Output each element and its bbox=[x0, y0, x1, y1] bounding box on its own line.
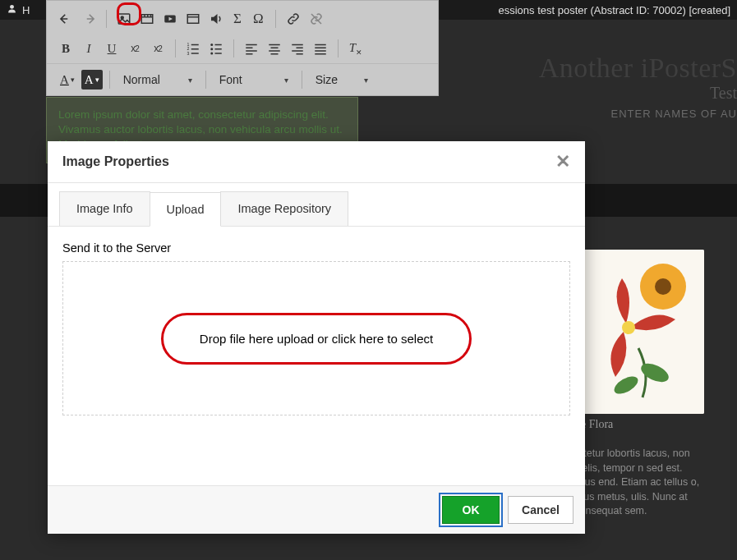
upload-section-label: Send it to the Server bbox=[62, 241, 570, 255]
flower-image bbox=[581, 250, 704, 414]
poster-title: Another iPosterS bbox=[482, 53, 737, 84]
svg-rect-1 bbox=[581, 250, 704, 414]
svg-point-25 bbox=[210, 48, 213, 50]
svg-point-0 bbox=[10, 5, 14, 9]
chevron-down-icon: ▾ bbox=[364, 76, 368, 85]
video-button[interactable] bbox=[136, 9, 158, 29]
iframe-button[interactable] bbox=[182, 9, 204, 29]
remove-format-button[interactable]: T✕ bbox=[345, 39, 366, 58]
math-button[interactable]: Σ bbox=[228, 9, 246, 29]
underline-button[interactable]: U bbox=[101, 39, 122, 58]
font-family-select[interactable]: Font ▾ bbox=[213, 69, 295, 90]
dialog-footer: OK Cancel bbox=[48, 485, 585, 534]
superscript-button[interactable]: x2 bbox=[147, 39, 168, 58]
dropzone-text: Drop file here upload or click here to s… bbox=[161, 313, 472, 365]
svg-point-26 bbox=[210, 53, 213, 55]
redo-button[interactable] bbox=[78, 9, 99, 29]
italic-button[interactable]: I bbox=[78, 39, 99, 58]
poster-header: Another iPosterS Test ENTER NAMES OF AU bbox=[482, 53, 737, 120]
svg-point-24 bbox=[210, 44, 213, 46]
separator bbox=[302, 71, 302, 89]
audio-button[interactable] bbox=[205, 9, 227, 29]
file-dropzone[interactable]: Drop file here upload or click here to s… bbox=[62, 261, 570, 415]
svg-point-4 bbox=[622, 321, 635, 334]
subscript-button[interactable]: x2 bbox=[124, 39, 145, 58]
align-center-button[interactable] bbox=[264, 39, 285, 58]
numbered-list-button[interactable]: 123 bbox=[182, 39, 204, 58]
image-caption: e Flora bbox=[581, 418, 704, 431]
text-color-button[interactable]: A ▾ bbox=[55, 70, 80, 90]
tab-upload[interactable]: Upload bbox=[150, 192, 222, 227]
separator bbox=[338, 39, 339, 57]
dialog-body: Send it to the Server Drop file here upl… bbox=[48, 227, 585, 485]
paragraph-style-value: Normal bbox=[123, 73, 160, 86]
separator bbox=[205, 71, 206, 89]
link-button[interactable] bbox=[283, 9, 304, 29]
paragraph-style-select[interactable]: Normal ▾ bbox=[117, 69, 199, 90]
svg-rect-7 bbox=[118, 14, 130, 24]
undo-button[interactable] bbox=[55, 9, 76, 29]
tab-image-repository[interactable]: Image Repository bbox=[220, 191, 348, 226]
svg-point-3 bbox=[655, 278, 671, 295]
unlink-button[interactable] bbox=[306, 9, 327, 29]
font-size-select[interactable]: Size ▾ bbox=[309, 69, 375, 90]
special-char-button[interactable]: Ω bbox=[248, 9, 269, 29]
svg-text:3: 3 bbox=[187, 51, 190, 56]
home-label[interactable]: H bbox=[22, 4, 30, 16]
bold-button[interactable]: B bbox=[55, 39, 76, 58]
separator bbox=[175, 39, 176, 57]
chevron-down-icon: ▾ bbox=[188, 76, 192, 85]
youtube-button[interactable] bbox=[159, 9, 181, 29]
separator bbox=[109, 71, 110, 89]
poster-authors: ENTER NAMES OF AU bbox=[482, 108, 737, 120]
separator bbox=[233, 39, 234, 57]
separator bbox=[106, 10, 107, 28]
dialog-title: Image Properties bbox=[62, 154, 169, 169]
cancel-button[interactable]: Cancel bbox=[508, 496, 573, 524]
rich-text-toolbar: Σ Ω B I U x2 x2 123 bbox=[46, 0, 439, 96]
font-size-value: Size bbox=[316, 73, 338, 86]
align-justify-button[interactable] bbox=[310, 39, 331, 58]
close-icon[interactable]: ✕ bbox=[555, 153, 570, 171]
font-family-value: Font bbox=[219, 73, 242, 86]
align-left-button[interactable] bbox=[241, 39, 262, 58]
ok-button[interactable]: OK bbox=[442, 496, 500, 524]
user-icon bbox=[7, 3, 17, 16]
separator bbox=[275, 10, 276, 28]
align-right-button[interactable] bbox=[287, 39, 308, 58]
image-button[interactable] bbox=[113, 9, 135, 29]
bullet-list-button[interactable] bbox=[205, 39, 227, 58]
chevron-down-icon: ▾ bbox=[284, 76, 288, 85]
dialog-header: Image Properties ✕ bbox=[48, 141, 585, 183]
svg-rect-15 bbox=[187, 15, 199, 24]
dialog-tabs: Image Info Upload Image Repository bbox=[48, 183, 585, 227]
image-properties-dialog: Image Properties ✕ Image Info Upload Ima… bbox=[48, 141, 585, 534]
poster-subtitle: Test bbox=[482, 84, 737, 103]
tab-image-info[interactable]: Image Info bbox=[59, 191, 150, 226]
status-text: essions test poster (Abstract ID: 70002)… bbox=[498, 4, 730, 16]
bg-color-button[interactable]: A ▾ bbox=[81, 70, 103, 90]
